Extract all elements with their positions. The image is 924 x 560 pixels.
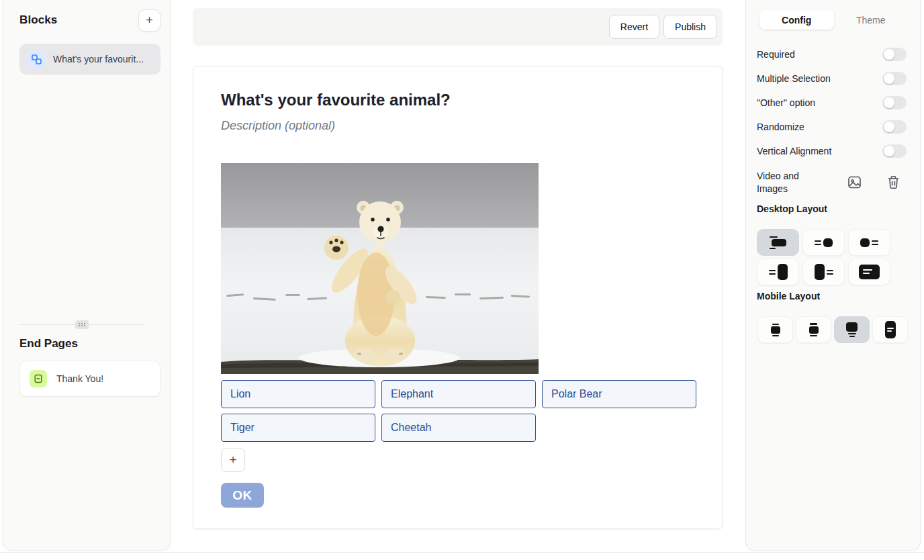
question-description-placeholder[interactable]: Description (optional) xyxy=(221,119,335,133)
toggle-knob xyxy=(884,49,894,60)
editor-topbar: Revert Publish xyxy=(193,8,723,46)
option-cheetah[interactable]: Cheetah xyxy=(381,414,536,442)
page-icon xyxy=(30,370,47,387)
layout-glyph-image-top-icon xyxy=(846,322,858,337)
option-label: Tiger xyxy=(230,422,255,434)
toggle-label: Randomize xyxy=(757,122,804,132)
option-label: Lion xyxy=(230,388,250,400)
blocks-title: Blocks xyxy=(19,13,57,27)
option-label: Cheetah xyxy=(391,422,432,434)
section-divider xyxy=(19,324,144,325)
option-polar-bear[interactable]: Polar Bear xyxy=(542,380,696,408)
toggle-knob xyxy=(884,73,894,84)
layout-glyph-text-left-image-right-icon xyxy=(815,238,833,247)
layout-glyph-image-tall-left-text-right-icon xyxy=(815,264,833,280)
toggle-label: Multiple Selection xyxy=(757,73,831,84)
config-theme-tabs: Config Theme xyxy=(759,10,908,30)
topbar-actions: Revert Publish xyxy=(609,15,717,39)
tab-theme[interactable]: Theme xyxy=(834,10,909,30)
option-lion[interactable]: Lion xyxy=(221,380,375,408)
required-toggle[interactable] xyxy=(882,48,907,61)
config-sidebar: Config Theme Required Multiple Selection… xyxy=(745,0,921,551)
revert-button[interactable]: Revert xyxy=(609,15,659,39)
add-option-button[interactable]: + xyxy=(221,448,245,472)
option-tiger[interactable]: Tiger xyxy=(221,414,375,442)
toggle-label: Required xyxy=(757,49,795,60)
toggle-knob xyxy=(884,122,894,132)
blocks-header: Blocks + xyxy=(19,9,160,32)
app-window: Blocks + What's your favourit... End Pag… xyxy=(0,0,924,560)
desktop-layout-label: Desktop Layout xyxy=(757,203,827,214)
multiple-choice-icon xyxy=(28,50,45,68)
plus-icon: + xyxy=(146,13,153,28)
ok-submit-button[interactable]: OK xyxy=(221,483,264,508)
layout-glyph-image-background-icon xyxy=(859,265,880,279)
mobile-layout-image-between-text[interactable] xyxy=(757,316,793,343)
video-images-label: Video and Images xyxy=(757,170,819,195)
multiple-selection-toggle[interactable] xyxy=(882,72,907,85)
toggle-row-vertical-alignment: Vertical Alignment xyxy=(757,144,907,158)
add-block-button[interactable]: + xyxy=(138,9,160,32)
blocks-sidebar: Blocks + What's your favourit... End Pag… xyxy=(3,0,171,551)
layout-glyph-image-left-text-right-icon xyxy=(860,238,878,247)
option-elephant[interactable]: Elephant xyxy=(381,380,536,408)
form-preview-card: What's your favourite animal? Descriptio… xyxy=(193,66,723,529)
option-label: Polar Bear xyxy=(551,388,602,400)
tab-config[interactable]: Config xyxy=(759,10,834,30)
question-image[interactable] xyxy=(221,163,539,374)
mobile-layout-image-top[interactable] xyxy=(834,316,870,343)
toggle-row-required: Required xyxy=(757,48,907,61)
layout-glyph-image-between-text-icon xyxy=(771,324,780,336)
option-label: Elephant xyxy=(391,388,433,400)
trash-icon[interactable] xyxy=(886,175,900,190)
image-icon[interactable] xyxy=(847,175,862,190)
desktop-layout-text-left-image-right[interactable] xyxy=(802,229,845,256)
desktop-layout-image-centered[interactable] xyxy=(757,229,799,256)
desktop-layout-image-tall-left-text-right[interactable] xyxy=(802,259,845,285)
plus-icon: + xyxy=(229,453,236,467)
video-images-row: Video and Images xyxy=(757,170,907,195)
layout-glyph-mobile-image-background-icon xyxy=(885,321,896,338)
mobile-layout-label: Mobile Layout xyxy=(757,291,820,301)
toggle-row-randomize: Randomize xyxy=(757,120,907,134)
end-pages-title: End Pages xyxy=(19,337,78,351)
block-item-label: What's your favourit... xyxy=(53,54,144,64)
layout-glyph-image-centered-icon xyxy=(770,236,786,249)
other-option-toggle[interactable] xyxy=(882,96,907,109)
drag-handle-icon[interactable] xyxy=(75,320,89,329)
mobile-layout-image-middle[interactable] xyxy=(796,316,831,343)
question-title[interactable]: What's your favourite animal? xyxy=(221,91,451,109)
toggle-label: "Other" option xyxy=(757,97,815,108)
toggle-row-other-option: "Other" option xyxy=(757,96,907,109)
toggle-label: Vertical Alignment xyxy=(757,146,831,156)
desktop-layout-image-background[interactable] xyxy=(848,259,890,285)
desktop-layout-text-left-image-tall-right[interactable] xyxy=(757,259,799,285)
sidebar-item-question-block[interactable]: What's your favourit... xyxy=(19,44,160,75)
desktop-layout-image-left-text-right[interactable] xyxy=(848,229,890,256)
media-icons xyxy=(847,175,900,190)
layout-glyph-image-middle-icon xyxy=(809,323,819,336)
toggle-knob xyxy=(884,97,894,108)
vertical-alignment-toggle[interactable] xyxy=(882,144,907,158)
toggle-knob xyxy=(884,146,894,156)
publish-button[interactable]: Publish xyxy=(663,15,717,39)
mobile-layout-image-background[interactable] xyxy=(872,316,908,343)
answer-options: Lion Elephant Polar Bear Tiger Cheetah xyxy=(221,380,702,442)
bottom-divider xyxy=(0,552,924,553)
endpage-item-label: Thank You! xyxy=(56,373,103,384)
sidebar-item-thank-you[interactable]: Thank You! xyxy=(19,361,160,397)
randomize-toggle[interactable] xyxy=(882,120,907,134)
toggle-row-multiple-selection: Multiple Selection xyxy=(757,72,907,85)
layout-glyph-text-left-image-tall-right-icon xyxy=(769,264,788,280)
